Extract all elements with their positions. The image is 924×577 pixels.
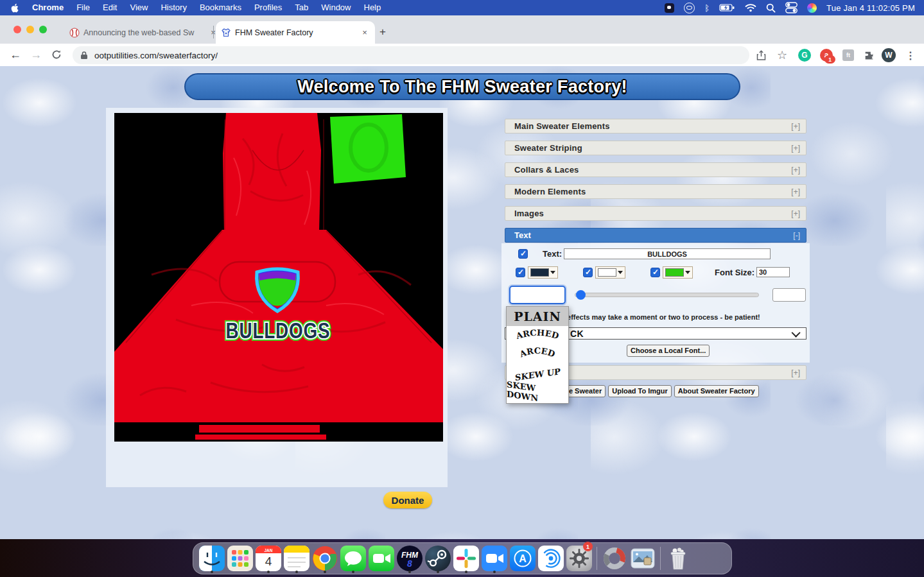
menu-item-window[interactable]: Window [315,0,357,15]
accordion-text-header[interactable]: Text [-] [505,228,806,243]
menu-item-file[interactable]: File [70,0,96,15]
dock-system-preferences-icon[interactable]: 1 [565,543,593,574]
dock-facetime-icon[interactable] [367,543,396,574]
tab-sweater-factory[interactable]: FHM Sweater Factory × [216,21,375,44]
menu-item-tab[interactable]: Tab [288,0,315,15]
bluetooth-icon[interactable]: ᛒ [704,4,710,12]
zoom-window-button[interactable] [39,26,47,33]
chat-app-icon[interactable] [665,3,674,13]
color-app-icon[interactable] [807,3,817,13]
text-slider-thumb[interactable] [576,290,586,300]
collapse-icon[interactable]: [-] [793,231,806,240]
dock-app-store-icon[interactable]: A [509,543,537,574]
menu-item-view[interactable]: View [123,0,154,15]
menu-item-help[interactable]: Help [358,0,388,15]
running-indicator [211,571,213,573]
dock-airdrop-icon[interactable] [537,543,565,574]
menu-item-edit[interactable]: Edit [96,0,123,15]
donate-button[interactable]: Donate [383,492,432,508]
fill-color-dropdown[interactable] [528,266,558,279]
dock-launchpad-icon[interactable] [226,543,254,574]
close-window-button[interactable] [13,26,21,33]
spotlight-search-icon[interactable] [766,3,776,13]
new-tab-button[interactable]: + [375,24,390,40]
address-bar[interactable]: ootputilities.com/sweaterfactory/ [73,46,749,64]
forward-button[interactable]: → [27,46,45,64]
font-size-input[interactable] [756,267,790,277]
bookmark-star-icon[interactable]: ☆ [774,47,790,64]
dock-slack-icon[interactable] [452,543,480,574]
back-button[interactable]: ← [6,46,24,64]
dock-chrome-icon[interactable] [311,543,339,574]
expand-icon[interactable]: [+] [791,368,806,377]
expand-icon[interactable]: [+] [791,122,806,131]
fill-color-checkbox[interactable] [516,268,525,277]
text-slider-track[interactable] [575,293,759,297]
dock-preview-window-icon[interactable] [629,543,657,574]
text-enable-checkbox[interactable] [518,249,528,259]
outline-color-dropdown[interactable] [595,266,625,279]
menu-item-bookmarks[interactable]: Bookmarks [193,0,248,15]
dock-zoom-icon[interactable] [480,543,509,574]
expand-icon[interactable]: [+] [791,209,806,218]
url-text: ootputilities.com/sweaterfactory/ [94,51,218,60]
accordion-images[interactable]: Images [+] [505,206,806,221]
sweater-favicon [221,28,231,38]
dock-fhm8-icon[interactable]: FHM8 [396,543,424,574]
apple-menu-icon[interactable] [0,3,26,13]
dock-calendar-icon[interactable]: JAN4 [254,543,283,574]
grammarly-extension-icon[interactable]: G [796,47,813,64]
option-arced[interactable]: ARCED [507,345,568,365]
outline-color-checkbox[interactable] [583,268,593,277]
dock-steam-icon[interactable] [424,543,452,574]
option-plain[interactable]: PLAIN [507,307,568,326]
kebab-menu-icon[interactable]: ⋮ [902,47,919,64]
share-icon[interactable] [753,47,769,64]
menu-bar-clock[interactable]: Tue Jan 4 11:02:05 PM [826,3,915,13]
dock-activity-ring-icon[interactable] [600,543,629,574]
about-sweater-factory-button[interactable]: About Sweater Factory [674,385,759,397]
menu-item-history[interactable]: History [154,0,193,15]
running-indicator [465,571,467,573]
menu-item-profiles[interactable]: Profiles [248,0,288,15]
accordion-modern-elements[interactable]: Modern Elements [+] [505,184,806,199]
glow-color-dropdown[interactable] [663,266,693,279]
text-input[interactable] [564,248,771,259]
expand-icon[interactable]: [+] [791,187,806,196]
expand-icon[interactable]: [+] [791,166,806,175]
choose-local-font-button[interactable]: Choose a Local Font... [627,345,710,357]
dropdown-arrow-icon [685,271,690,274]
option-arched[interactable]: ARCHED [507,326,568,345]
battery-icon[interactable] [719,3,735,12]
accordion-collars-laces[interactable]: Collars & Laces [+] [505,162,806,177]
ft-extension-icon[interactable]: ft [840,47,857,64]
upload-to-imgur-button[interactable]: Upload To Imgur [608,385,672,397]
slider-value-input[interactable] [772,288,806,302]
dock-finder-icon[interactable] [198,543,226,574]
browser-toolbar: ← → ootputilities.com/sweaterfactory/ ☆ … [0,44,924,67]
accordion-main-sweater-elements[interactable]: Main Sweater Elements [+] [505,119,806,133]
glow-color-checkbox[interactable] [650,268,660,277]
extensions-puzzle-icon[interactable] [860,47,877,64]
expand-icon[interactable]: [+] [791,144,806,153]
text-effect-select[interactable] [509,286,566,304]
menu-item-app[interactable]: Chrome [26,0,70,15]
tab-announcing[interactable]: Announcing the web-based Sw × [64,21,223,44]
profile-avatar[interactable]: W [880,47,897,64]
tab-close-icon[interactable]: × [360,28,370,38]
notification-badge: 1 [583,542,593,551]
minimize-window-button[interactable] [26,26,34,33]
accordion-sweater-striping[interactable]: Sweater Striping [+] [505,141,806,155]
adobe-extension-icon[interactable]: a 1 [818,47,835,64]
option-skew-down[interactable]: SKEW DOWN [507,384,568,403]
control-center-icon[interactable] [785,2,798,13]
jersey-name-text: BULLDOGS [226,318,331,343]
running-indicator [437,571,439,573]
browser-window: Announcing the web-based Sw × FHM Sweate… [0,15,924,539]
dock-notes-icon[interactable] [283,543,311,574]
creative-cloud-icon[interactable] [684,3,695,13]
dock-messages-icon[interactable] [339,543,367,574]
dock-trash-icon[interactable] [664,543,692,574]
reload-button[interactable] [48,46,65,64]
wifi-icon[interactable] [745,3,756,12]
